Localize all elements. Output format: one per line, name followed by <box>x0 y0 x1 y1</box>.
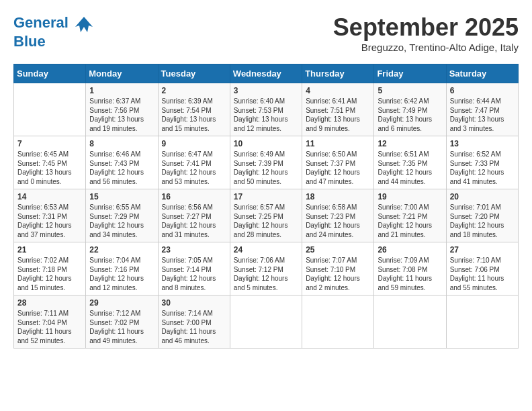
cell-content: Sunrise: 7:00 AM Sunset: 7:21 PM Dayligh… <box>378 203 442 239</box>
svg-marker-0 <box>75 17 93 32</box>
day-header-wednesday: Wednesday <box>230 64 302 83</box>
day-header-friday: Friday <box>374 64 446 83</box>
logo-bird-icon <box>74 13 94 34</box>
cell-content: Sunrise: 6:40 AM Sunset: 7:53 PM Dayligh… <box>234 97 298 133</box>
day-number: 12 <box>378 139 442 148</box>
cell-content: Sunrise: 6:42 AM Sunset: 7:49 PM Dayligh… <box>378 97 442 133</box>
calendar-cell: 16Sunrise: 6:56 AM Sunset: 7:27 PM Dayli… <box>158 189 230 242</box>
cell-content: Sunrise: 6:57 AM Sunset: 7:25 PM Dayligh… <box>234 203 298 239</box>
calendar-cell: 8Sunrise: 6:46 AM Sunset: 7:43 PM Daylig… <box>86 136 158 189</box>
week-row-3: 14Sunrise: 6:53 AM Sunset: 7:31 PM Dayli… <box>14 189 519 242</box>
calendar-cell <box>446 295 518 349</box>
calendar-cell: 4Sunrise: 6:41 AM Sunset: 7:51 PM Daylig… <box>302 83 374 136</box>
page-header: General Blue September 2025 Breguzzo, Tr… <box>13 13 519 53</box>
day-number: 15 <box>89 192 154 201</box>
calendar-cell: 26Sunrise: 7:09 AM Sunset: 7:08 PM Dayli… <box>374 242 446 295</box>
calendar-cell: 25Sunrise: 7:07 AM Sunset: 7:10 PM Dayli… <box>302 242 374 295</box>
calendar-cell: 18Sunrise: 6:58 AM Sunset: 7:23 PM Dayli… <box>302 189 374 242</box>
week-row-5: 28Sunrise: 7:11 AM Sunset: 7:04 PM Dayli… <box>14 295 519 349</box>
cell-content: Sunrise: 6:47 AM Sunset: 7:41 PM Dayligh… <box>162 150 226 186</box>
calendar-cell: 13Sunrise: 6:52 AM Sunset: 7:33 PM Dayli… <box>446 136 518 189</box>
calendar-cell: 3Sunrise: 6:40 AM Sunset: 7:53 PM Daylig… <box>230 83 302 136</box>
cell-content: Sunrise: 7:01 AM Sunset: 7:20 PM Dayligh… <box>450 203 515 239</box>
calendar-cell <box>230 295 302 349</box>
cell-content: Sunrise: 6:41 AM Sunset: 7:51 PM Dayligh… <box>306 97 370 133</box>
day-number: 23 <box>162 245 226 255</box>
calendar-cell: 19Sunrise: 7:00 AM Sunset: 7:21 PM Dayli… <box>374 189 446 242</box>
day-number: 25 <box>306 245 370 255</box>
cell-content: Sunrise: 7:06 AM Sunset: 7:12 PM Dayligh… <box>234 256 298 292</box>
day-number: 9 <box>162 139 226 148</box>
day-number: 5 <box>378 86 442 95</box>
calendar-cell: 5Sunrise: 6:42 AM Sunset: 7:49 PM Daylig… <box>374 83 446 136</box>
day-number: 2 <box>162 86 226 95</box>
day-number: 16 <box>162 192 226 201</box>
calendar-cell <box>374 295 446 349</box>
cell-content: Sunrise: 6:56 AM Sunset: 7:27 PM Dayligh… <box>162 203 226 239</box>
day-number: 4 <box>306 86 370 95</box>
day-number: 27 <box>450 245 515 255</box>
logo-line1: General <box>13 14 69 31</box>
calendar-cell: 21Sunrise: 7:02 AM Sunset: 7:18 PM Dayli… <box>14 242 86 295</box>
day-number: 19 <box>378 192 442 201</box>
day-number: 11 <box>306 139 370 148</box>
day-number: 10 <box>234 139 298 148</box>
cell-content: Sunrise: 7:05 AM Sunset: 7:14 PM Dayligh… <box>162 256 226 292</box>
calendar-cell: 29Sunrise: 7:12 AM Sunset: 7:02 PM Dayli… <box>86 295 158 349</box>
logo-text: General <box>13 13 94 34</box>
day-header-thursday: Thursday <box>302 64 374 83</box>
location-title: Breguzzo, Trentino-Alto Adige, Italy <box>333 42 519 53</box>
day-number: 26 <box>378 245 442 255</box>
day-number: 17 <box>234 192 298 201</box>
calendar-cell: 10Sunrise: 6:49 AM Sunset: 7:39 PM Dayli… <box>230 136 302 189</box>
cell-content: Sunrise: 6:46 AM Sunset: 7:43 PM Dayligh… <box>89 150 154 186</box>
calendar-cell: 6Sunrise: 6:44 AM Sunset: 7:47 PM Daylig… <box>446 83 518 136</box>
cell-content: Sunrise: 7:12 AM Sunset: 7:02 PM Dayligh… <box>89 309 154 345</box>
calendar-cell: 14Sunrise: 6:53 AM Sunset: 7:31 PM Dayli… <box>14 189 86 242</box>
calendar-table: SundayMondayTuesdayWednesdayThursdayFrid… <box>13 64 519 349</box>
day-number: 30 <box>162 298 226 308</box>
calendar-cell: 30Sunrise: 7:14 AM Sunset: 7:00 PM Dayli… <box>158 295 230 349</box>
day-number: 20 <box>450 192 515 201</box>
month-title: September 2025 <box>333 13 519 42</box>
calendar-cell: 24Sunrise: 7:06 AM Sunset: 7:12 PM Dayli… <box>230 242 302 295</box>
day-number: 6 <box>450 86 515 95</box>
calendar-cell: 22Sunrise: 7:04 AM Sunset: 7:16 PM Dayli… <box>86 242 158 295</box>
calendar-cell: 11Sunrise: 6:50 AM Sunset: 7:37 PM Dayli… <box>302 136 374 189</box>
calendar-cell: 27Sunrise: 7:10 AM Sunset: 7:06 PM Dayli… <box>446 242 518 295</box>
calendar-cell <box>14 83 86 136</box>
cell-content: Sunrise: 7:02 AM Sunset: 7:18 PM Dayligh… <box>17 256 82 292</box>
calendar-header-row: SundayMondayTuesdayWednesdayThursdayFrid… <box>14 64 519 83</box>
cell-content: Sunrise: 6:51 AM Sunset: 7:35 PM Dayligh… <box>378 150 442 186</box>
calendar-cell: 20Sunrise: 7:01 AM Sunset: 7:20 PM Dayli… <box>446 189 518 242</box>
day-number: 3 <box>234 86 298 95</box>
day-number: 14 <box>17 192 82 201</box>
calendar-cell: 12Sunrise: 6:51 AM Sunset: 7:35 PM Dayli… <box>374 136 446 189</box>
calendar-cell: 17Sunrise: 6:57 AM Sunset: 7:25 PM Dayli… <box>230 189 302 242</box>
week-row-2: 7Sunrise: 6:45 AM Sunset: 7:45 PM Daylig… <box>14 136 519 189</box>
day-header-tuesday: Tuesday <box>158 64 230 83</box>
day-number: 28 <box>17 298 82 308</box>
day-header-saturday: Saturday <box>446 64 518 83</box>
cell-content: Sunrise: 6:49 AM Sunset: 7:39 PM Dayligh… <box>234 150 298 186</box>
calendar-cell: 23Sunrise: 7:05 AM Sunset: 7:14 PM Dayli… <box>158 242 230 295</box>
cell-content: Sunrise: 7:11 AM Sunset: 7:04 PM Dayligh… <box>17 309 82 345</box>
day-number: 7 <box>17 139 82 148</box>
cell-content: Sunrise: 6:55 AM Sunset: 7:29 PM Dayligh… <box>89 203 154 239</box>
cell-content: Sunrise: 6:44 AM Sunset: 7:47 PM Dayligh… <box>450 97 515 133</box>
calendar-cell: 1Sunrise: 6:37 AM Sunset: 7:56 PM Daylig… <box>86 83 158 136</box>
cell-content: Sunrise: 6:53 AM Sunset: 7:31 PM Dayligh… <box>17 203 82 239</box>
cell-content: Sunrise: 7:14 AM Sunset: 7:00 PM Dayligh… <box>162 309 226 345</box>
logo-line2: Blue <box>13 34 94 50</box>
day-number: 13 <box>450 139 515 148</box>
cell-content: Sunrise: 6:52 AM Sunset: 7:33 PM Dayligh… <box>450 150 515 186</box>
cell-content: Sunrise: 6:50 AM Sunset: 7:37 PM Dayligh… <box>306 150 370 186</box>
week-row-1: 1Sunrise: 6:37 AM Sunset: 7:56 PM Daylig… <box>14 83 519 136</box>
calendar-cell: 15Sunrise: 6:55 AM Sunset: 7:29 PM Dayli… <box>86 189 158 242</box>
week-row-4: 21Sunrise: 7:02 AM Sunset: 7:18 PM Dayli… <box>14 242 519 295</box>
day-number: 8 <box>89 139 154 148</box>
day-number: 21 <box>17 245 82 255</box>
day-header-monday: Monday <box>86 64 158 83</box>
cell-content: Sunrise: 7:04 AM Sunset: 7:16 PM Dayligh… <box>89 256 154 292</box>
cell-content: Sunrise: 7:09 AM Sunset: 7:08 PM Dayligh… <box>378 256 442 292</box>
